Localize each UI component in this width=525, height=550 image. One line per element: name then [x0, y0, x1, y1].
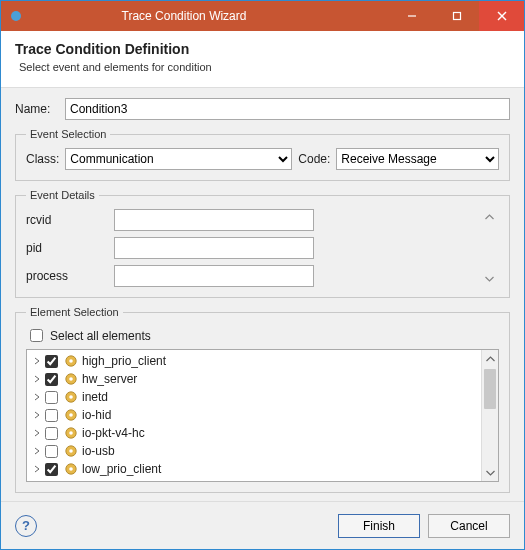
page-subtitle: Select event and elements for condition — [19, 61, 510, 73]
name-row: Name: — [15, 98, 510, 120]
tree-scrollbar[interactable] — [481, 350, 498, 481]
svg-point-10 — [69, 395, 73, 399]
tree-item-checkbox[interactable] — [45, 409, 58, 422]
tree-item-label: hw_server — [82, 372, 137, 386]
rcvid-input[interactable] — [114, 209, 314, 231]
spin-down-button[interactable] — [481, 271, 497, 287]
help-icon[interactable]: ? — [15, 515, 37, 537]
spin-up-button[interactable] — [481, 209, 497, 225]
gear-icon — [64, 426, 78, 440]
svg-point-16 — [69, 449, 73, 453]
tree-item-label: high_prio_client — [82, 354, 166, 368]
svg-point-18 — [69, 467, 73, 471]
gear-icon — [64, 408, 78, 422]
expander-icon[interactable] — [31, 445, 43, 457]
pid-input[interactable] — [114, 237, 314, 259]
tree-item[interactable]: low_prio_client — [31, 460, 477, 478]
element-selection-group: Element Selection Select all elements hi… — [15, 306, 510, 493]
gear-icon — [64, 354, 78, 368]
page-title: Trace Condition Definition — [15, 41, 510, 57]
tree-item-checkbox[interactable] — [45, 355, 58, 368]
wizard-header: Trace Condition Definition Select event … — [1, 31, 524, 88]
gear-icon — [64, 444, 78, 458]
titlebar: Trace Condition Wizard — [1, 1, 524, 31]
close-button[interactable] — [479, 1, 524, 31]
expander-icon[interactable] — [31, 373, 43, 385]
finish-button[interactable]: Finish — [338, 514, 420, 538]
window-title: Trace Condition Wizard — [29, 9, 389, 23]
minimize-button[interactable] — [389, 1, 434, 31]
element-tree-container: high_prio_clienthw_serverinetdio-hidio-p… — [26, 349, 499, 482]
tree-item[interactable]: io-usb — [31, 442, 477, 460]
rcvid-label: rcvid — [26, 213, 106, 227]
svg-point-6 — [69, 359, 73, 363]
tree-item-label: low_prio_client — [82, 462, 161, 476]
tree-item-checkbox[interactable] — [45, 373, 58, 386]
expander-icon[interactable] — [31, 463, 43, 475]
select-all-row: Select all elements — [26, 326, 499, 345]
process-input[interactable] — [114, 265, 314, 287]
select-all-checkbox[interactable] — [30, 329, 43, 342]
tree-item[interactable]: io-pkt-v4-hc — [31, 424, 477, 442]
gear-icon — [64, 390, 78, 404]
expander-icon[interactable] — [31, 391, 43, 403]
pid-label: pid — [26, 241, 106, 255]
tree-item-checkbox[interactable] — [45, 463, 58, 476]
tree-item-label: io-hid — [82, 408, 111, 422]
expander-icon[interactable] — [31, 409, 43, 421]
event-selection-group: Event Selection Class: Communication Cod… — [15, 128, 510, 181]
scroll-up-button[interactable] — [482, 350, 498, 367]
wizard-body: Name: Event Selection Class: Communicati… — [1, 88, 524, 501]
expander-icon[interactable] — [31, 427, 43, 439]
app-icon — [9, 9, 23, 23]
name-input[interactable] — [65, 98, 510, 120]
dialog-window: Trace Condition Wizard Trace Condition D… — [0, 0, 525, 550]
element-selection-legend: Element Selection — [26, 306, 123, 318]
scroll-thumb[interactable] — [484, 369, 496, 409]
tree-item-label: inetd — [82, 390, 108, 404]
class-label: Class: — [26, 152, 59, 166]
tree-item-label: io-usb — [82, 444, 115, 458]
svg-rect-2 — [453, 13, 460, 20]
tree-item-checkbox[interactable] — [45, 445, 58, 458]
cancel-button[interactable]: Cancel — [428, 514, 510, 538]
select-all-label[interactable]: Select all elements — [50, 329, 151, 343]
tree-item-checkbox[interactable] — [45, 391, 58, 404]
gear-icon — [64, 372, 78, 386]
scroll-down-button[interactable] — [482, 464, 498, 481]
maximize-button[interactable] — [434, 1, 479, 31]
tree-item[interactable]: hw_server — [31, 370, 477, 388]
event-details-legend: Event Details — [26, 189, 99, 201]
element-tree[interactable]: high_prio_clienthw_serverinetdio-hidio-p… — [27, 350, 481, 481]
name-label: Name: — [15, 102, 65, 116]
svg-point-0 — [11, 11, 21, 21]
process-label: process — [26, 269, 106, 283]
svg-point-12 — [69, 413, 73, 417]
code-select[interactable]: Receive Message — [336, 148, 499, 170]
svg-point-8 — [69, 377, 73, 381]
details-spinner — [481, 209, 499, 287]
gear-icon — [64, 462, 78, 476]
tree-item[interactable]: high_prio_client — [31, 352, 477, 370]
svg-point-14 — [69, 431, 73, 435]
button-bar: ? Finish Cancel — [1, 501, 524, 549]
tree-item-checkbox[interactable] — [45, 427, 58, 440]
window-buttons — [389, 1, 524, 31]
tree-item-label: io-pkt-v4-hc — [82, 426, 145, 440]
scroll-track[interactable] — [482, 367, 498, 464]
event-selection-legend: Event Selection — [26, 128, 110, 140]
tree-item[interactable]: io-hid — [31, 406, 477, 424]
code-label: Code: — [298, 152, 330, 166]
class-select[interactable]: Communication — [65, 148, 292, 170]
expander-icon[interactable] — [31, 355, 43, 367]
tree-item[interactable]: inetd — [31, 388, 477, 406]
event-details-group: Event Details rcvid pid process — [15, 189, 510, 298]
